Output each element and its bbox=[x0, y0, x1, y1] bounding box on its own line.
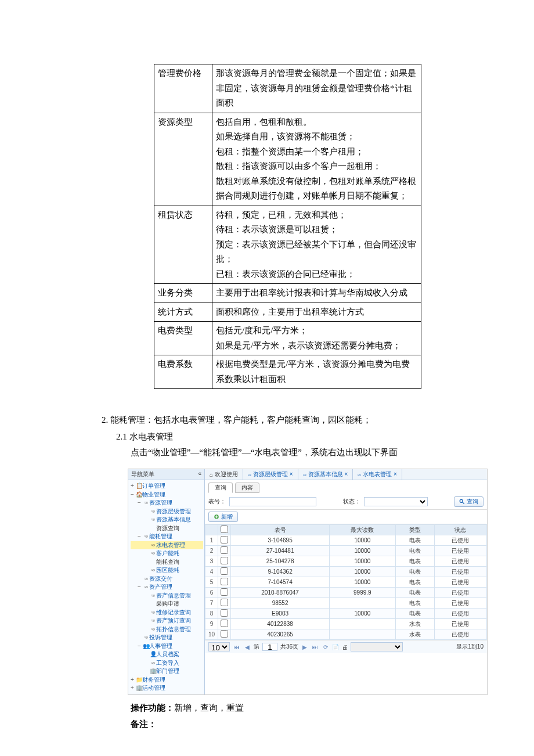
tree-item[interactable]: ⎃资产信息管理 bbox=[131, 592, 203, 600]
table-row[interactable]: 798552电表已使用 bbox=[205, 598, 487, 609]
pager-refresh-icon[interactable]: ⟳ bbox=[322, 644, 329, 650]
tree-item[interactable]: −👥人事管理 bbox=[131, 642, 203, 651]
pager: 10 ⏮ ◀ 第 共36页 ▶ ⏭ ⟳ 📄 🖨 显示1到10 bbox=[205, 640, 487, 653]
select-status[interactable] bbox=[364, 497, 428, 506]
nav-tree: +📋订单管理−🏠物业管理−⎃资源管理⎃资源层级管理⎃资源基本信息资源查询−⎃能耗… bbox=[128, 480, 204, 694]
filter-tab-query[interactable]: 查询 bbox=[208, 483, 233, 493]
table-row[interactable]: 57-10457410000电表已使用 bbox=[205, 577, 487, 588]
search-icon bbox=[459, 499, 465, 505]
app-screenshot: 导航菜单 « +📋订单管理−🏠物业管理−⎃资源管理⎃资源层级管理⎃资源基本信息资… bbox=[128, 469, 488, 695]
add-button[interactable]: 新增 bbox=[208, 512, 238, 522]
tree-item[interactable]: ⎃资源层级管理 bbox=[131, 507, 203, 516]
tree-item[interactable]: ⎃资产预订查询 bbox=[131, 617, 203, 625]
node-icon: ⎃ bbox=[358, 471, 361, 478]
table-row[interactable]: 49-10436210000电表已使用 bbox=[205, 567, 487, 577]
pager-label-b: 共36页 bbox=[280, 643, 298, 651]
desc-val: 面积和席位，主要用于出租率统计方式 bbox=[212, 303, 421, 322]
pager-next-icon[interactable]: ▶ bbox=[301, 644, 308, 650]
filter-bar: 查询 内容 表号： 状态： 查询 bbox=[205, 480, 487, 510]
tree-item[interactable]: −⎃资源管理 bbox=[131, 499, 203, 507]
tree-item[interactable]: ⎃园区能耗 bbox=[131, 566, 203, 575]
row-checkbox[interactable] bbox=[221, 536, 228, 543]
row-checkbox[interactable] bbox=[221, 588, 228, 596]
nav-panel: 导航菜单 « +📋订单管理−🏠物业管理−⎃资源管理⎃资源层级管理⎃资源基本信息资… bbox=[128, 469, 205, 694]
grid-header: 最大读数 bbox=[330, 525, 395, 535]
pager-extra-select[interactable] bbox=[351, 642, 403, 651]
tree-item[interactable]: ⎃水电表管理 bbox=[131, 541, 203, 550]
grid-header bbox=[205, 525, 218, 535]
plus-icon bbox=[214, 514, 219, 520]
row-checkbox[interactable] bbox=[221, 609, 228, 617]
row-checkbox[interactable] bbox=[221, 546, 228, 554]
row-checkbox[interactable] bbox=[221, 599, 228, 606]
pager-print-icon[interactable]: 🖨 bbox=[342, 644, 348, 650]
desc-key: 统计方式 bbox=[154, 303, 212, 322]
row-checkbox[interactable] bbox=[221, 620, 228, 627]
tree-item[interactable]: ⎃维修记录查询 bbox=[131, 609, 203, 617]
pager-first-icon[interactable]: ⏮ bbox=[233, 644, 241, 650]
nav-collapse-icon[interactable]: « bbox=[198, 470, 201, 478]
tree-item[interactable]: −🏠物业管理 bbox=[131, 491, 203, 499]
pager-export-icon[interactable]: 📄 bbox=[332, 644, 339, 650]
desc-val: 那该资源每月的管理费金额就是一个固定值；如果是非固定，该资源每月的租赁金额是管理… bbox=[212, 64, 421, 113]
row-checkbox[interactable] bbox=[221, 630, 228, 638]
row-checkbox[interactable] bbox=[221, 567, 228, 575]
tree-item[interactable]: +📁财务管理 bbox=[131, 676, 203, 685]
pager-prev-icon[interactable]: ◀ bbox=[244, 644, 251, 650]
tree-item[interactable]: 能耗查询 bbox=[131, 558, 203, 567]
meter-grid: 表号最大读数类型状态 13-10469510000电表已使用227-104481… bbox=[205, 524, 487, 640]
desc-key: 租赁状态 bbox=[154, 206, 212, 284]
desc-val: 待租，预定，已租，无效和其他；待租：表示该资源是可以租赁；预定：表示该资源已经被… bbox=[212, 206, 421, 284]
tree-item[interactable]: ⎃资源基本信息 bbox=[131, 516, 203, 524]
home-icon: ⌂ bbox=[210, 471, 213, 478]
table-row[interactable]: 325-10427810000电表已使用 bbox=[205, 556, 487, 567]
tree-item[interactable]: 资源查询 bbox=[131, 524, 203, 533]
row-checkbox[interactable] bbox=[221, 578, 228, 585]
grid-header: 状态 bbox=[434, 525, 486, 535]
tab[interactable]: ⎃资源层级管理 × bbox=[243, 469, 298, 480]
tree-item[interactable]: 👤人员档案 bbox=[131, 650, 203, 659]
desc-key: 电费系数 bbox=[154, 355, 212, 389]
tab[interactable]: ⌂欢迎使用 bbox=[205, 469, 243, 480]
desc-key: 业务分类 bbox=[154, 284, 212, 303]
note-line: 备注： bbox=[131, 716, 482, 733]
tree-item[interactable]: −⎃资产管理 bbox=[131, 583, 203, 592]
tree-item[interactable]: ⎃拓扑信息管理 bbox=[131, 625, 203, 634]
table-row[interactable]: 227-10448110000电表已使用 bbox=[205, 546, 487, 556]
query-button[interactable]: 查询 bbox=[454, 496, 484, 507]
section-2-1-text: 点击“物业管理”—“能耗管理”—“水电表管理”，系统右边出现以下界面 bbox=[131, 445, 482, 460]
tab[interactable]: ⎃水电表管理 × bbox=[353, 469, 402, 480]
desc-key: 电费类型 bbox=[154, 322, 212, 355]
tab[interactable]: ⎃资源基本信息 × bbox=[298, 469, 353, 480]
table-row[interactable]: 1040230265水表已使用 bbox=[205, 629, 487, 640]
tree-item[interactable]: ⎃工资导入 bbox=[131, 659, 203, 668]
table-row[interactable]: 8E900310000电表已使用 bbox=[205, 609, 487, 619]
tree-item[interactable]: 采购申请 bbox=[131, 600, 203, 609]
tree-item[interactable]: ⎃资源交付 bbox=[131, 575, 203, 584]
pager-info: 显示1到10 bbox=[456, 643, 484, 651]
table-row[interactable]: 62010-88760479999.9电表已使用 bbox=[205, 588, 487, 598]
pager-last-icon[interactable]: ⏭ bbox=[311, 644, 319, 650]
tree-item[interactable]: ⎃投诉管理 bbox=[131, 633, 203, 642]
tab-bar: ⌂欢迎使用⎃资源层级管理 ×⎃资源基本信息 ×⎃水电表管理 × bbox=[205, 469, 487, 480]
input-meter-no[interactable] bbox=[229, 497, 316, 506]
svg-point-0 bbox=[460, 499, 463, 502]
table-row[interactable]: 13-10469510000电表已使用 bbox=[205, 535, 487, 546]
row-checkbox[interactable] bbox=[221, 557, 228, 564]
node-icon: ⎃ bbox=[303, 471, 306, 478]
page-size-select[interactable]: 10 bbox=[208, 642, 230, 651]
tree-item[interactable]: 🏢部门管理 bbox=[131, 667, 203, 676]
grid-header bbox=[218, 525, 231, 535]
tree-item[interactable]: ⎃客户能耗 bbox=[131, 549, 203, 558]
pager-page-input[interactable] bbox=[262, 643, 277, 651]
select-all-checkbox[interactable] bbox=[221, 525, 228, 533]
tree-item[interactable]: +📋订单管理 bbox=[131, 482, 203, 491]
table-row[interactable]: 940122838水表已使用 bbox=[205, 619, 487, 629]
desc-val: 根据电费类型是元/平方米，该资源分摊电费为电费系数乘以计租面积 bbox=[212, 355, 421, 389]
label-status: 状态： bbox=[343, 498, 360, 506]
filter-tab-content[interactable]: 内容 bbox=[235, 483, 259, 493]
operation-functions-line: 操作功能：新增，查询，重置 bbox=[131, 700, 482, 717]
desc-val: 包括元/度和元/平方米；如果是元/平方米，表示该资源还需要分摊电费； bbox=[212, 322, 421, 355]
tree-item[interactable]: +🏢活动管理 bbox=[131, 684, 203, 693]
tree-item[interactable]: −⎃能耗管理 bbox=[131, 532, 203, 541]
